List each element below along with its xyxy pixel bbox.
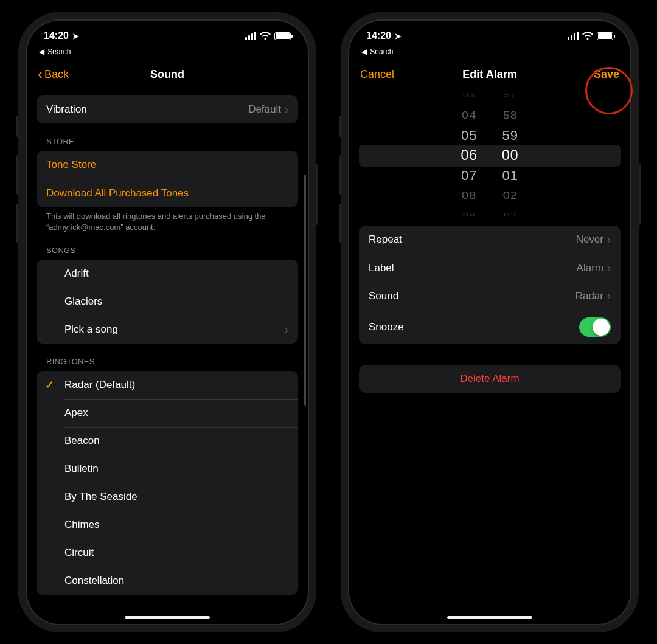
ringtone-row[interactable]: Chimes	[36, 511, 298, 539]
section-footer: This will download all ringtones and ale…	[36, 207, 298, 232]
wifi-icon	[260, 32, 271, 40]
section-header-ringtones: RINGTONES	[36, 344, 298, 371]
row-label: Repeat	[369, 234, 402, 246]
link-label: Tone Store	[46, 159, 96, 171]
save-button[interactable]: Save	[594, 68, 619, 81]
row-value: Default	[248, 103, 281, 116]
chevron-right-icon: ›	[285, 324, 288, 336]
row-label: Adrift	[64, 268, 89, 280]
sound-row[interactable]: Sound Radar›	[359, 282, 620, 310]
row-label: Snooze	[369, 321, 404, 333]
page-title: Sound	[27, 68, 308, 81]
location-icon: ➤	[395, 32, 401, 41]
ringtone-row[interactable]: Constellation	[36, 567, 298, 595]
row-label: Bulletin	[64, 463, 99, 475]
row-label: Chimes	[64, 519, 100, 531]
ringtone-row[interactable]: Circuit	[36, 539, 298, 567]
nav-label: Cancel	[360, 68, 394, 81]
back-label: Back	[44, 68, 69, 81]
status-time: 14:20	[366, 30, 391, 41]
download-tones-row[interactable]: Download All Purchased Tones	[36, 179, 298, 207]
checkmark-icon: ✓	[45, 378, 63, 392]
picker-item: 03	[504, 209, 516, 216]
wifi-icon	[582, 32, 593, 40]
row-label: Radar (Default)	[64, 379, 135, 391]
snooze-row: Snooze	[359, 310, 620, 344]
row-label: Sound	[369, 290, 398, 302]
picker-item: 05	[461, 125, 477, 145]
picker-item: 59	[502, 125, 518, 145]
cellular-signal-icon	[568, 32, 579, 40]
ringtone-row[interactable]: Beacon	[36, 427, 298, 455]
home-indicator[interactable]	[125, 616, 210, 619]
back-caret-icon: ◀︎	[361, 47, 367, 56]
home-indicator[interactable]	[447, 616, 532, 619]
status-time: 14:20	[44, 30, 69, 41]
row-value: Never	[576, 234, 603, 246]
row-label: Beacon	[64, 435, 100, 447]
back-button[interactable]: ‹ Back	[38, 68, 69, 81]
tone-store-row[interactable]: Tone Store	[36, 151, 298, 179]
song-row[interactable]: Glaciers	[36, 288, 298, 316]
button-label: Delete Alarm	[460, 373, 519, 384]
picker-item: 06	[461, 145, 478, 165]
nav-label: Save	[594, 68, 619, 80]
picker-item: 02	[503, 187, 518, 204]
picker-item: 57	[504, 94, 516, 101]
status-right-icons	[245, 32, 291, 40]
location-icon: ➤	[72, 32, 79, 41]
breadcrumb[interactable]: ◀︎ Search	[27, 47, 308, 58]
cancel-button[interactable]: Cancel	[360, 68, 394, 81]
row-label: Pick a song	[64, 324, 118, 336]
repeat-row[interactable]: Repeat Never›	[359, 226, 620, 254]
link-label: Download All Purchased Tones	[46, 187, 189, 199]
cellular-signal-icon	[245, 32, 257, 40]
row-value: Radar	[575, 290, 603, 302]
scrollbar[interactable]	[304, 175, 306, 406]
section-header-store: STORE	[36, 123, 298, 151]
chevron-right-icon: ›	[607, 234, 611, 246]
back-caret-icon: ◀︎	[39, 47, 44, 56]
ringtone-row[interactable]: By The Seaside	[36, 483, 298, 511]
label-row[interactable]: Label Alarm›	[359, 254, 620, 282]
picker-item: 00	[502, 145, 519, 165]
nav-bar: Cancel Edit Alarm Save	[349, 58, 630, 91]
ringtone-row[interactable]: Bulletin	[36, 455, 298, 483]
ringtone-row[interactable]: ✓Radar (Default)	[36, 371, 298, 399]
row-label: Apex	[64, 407, 88, 419]
ringtone-row[interactable]: Apex	[36, 399, 298, 427]
chevron-right-icon: ›	[607, 261, 611, 274]
picker-item: 08	[462, 187, 476, 204]
picker-minutes-column[interactable]: 57585900010203	[502, 94, 519, 216]
battery-icon	[597, 32, 613, 40]
row-label: Vibration	[46, 103, 87, 116]
delete-alarm-button[interactable]: Delete Alarm	[359, 365, 620, 393]
nav-bar: ‹ Back Sound	[27, 58, 308, 91]
phone-edit-alarm-screen: 14:20 ➤ ◀︎ Search Cancel Edit Alarm Save…	[341, 12, 639, 632]
section-header-songs: SONGS	[36, 232, 298, 260]
row-label: Circuit	[64, 547, 94, 559]
picker-item: 58	[503, 106, 518, 123]
picker-item: 01	[502, 165, 518, 185]
row-value: Alarm	[577, 262, 603, 274]
row-label: Label	[369, 262, 394, 274]
pick-song-row[interactable]: Pick a song›	[36, 316, 298, 344]
row-label: Glaciers	[64, 296, 102, 308]
chevron-right-icon: ›	[285, 103, 288, 116]
picker-item: 04	[462, 106, 476, 123]
picker-hours-column[interactable]: 03040506070809	[461, 94, 478, 216]
battery-icon	[274, 32, 291, 40]
picker-item: 07	[461, 165, 477, 185]
snooze-toggle[interactable]	[579, 317, 611, 337]
picker-item: 03	[463, 94, 476, 101]
status-right-icons	[568, 32, 614, 40]
picker-item: 09	[463, 209, 476, 216]
vibration-row[interactable]: Vibration Default›	[36, 95, 298, 123]
row-label: By The Seaside	[64, 491, 137, 503]
row-label: Constellation	[64, 575, 124, 587]
song-row[interactable]: Adrift	[36, 260, 298, 288]
time-picker[interactable]: 03040506070809 57585900010203	[359, 94, 620, 216]
phone-sound-screen: 14:20 ➤ ◀︎ Search ‹ Back Sound Vibration	[18, 12, 316, 632]
breadcrumb[interactable]: ◀︎ Search	[349, 47, 630, 58]
chevron-right-icon: ›	[607, 289, 611, 302]
